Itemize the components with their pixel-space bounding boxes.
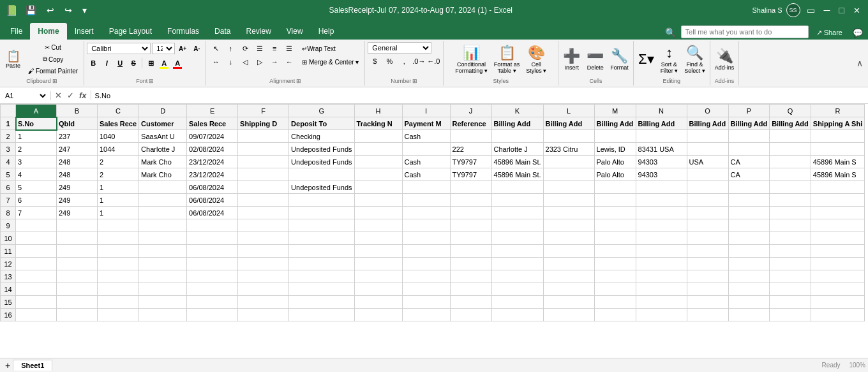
cell[interactable]: Billing Add xyxy=(636,117,687,130)
cell[interactable] xyxy=(402,245,450,258)
increase-indent-button[interactable]: ▷ xyxy=(253,55,267,68)
cell[interactable] xyxy=(543,168,594,181)
cell[interactable]: Payment M xyxy=(402,117,450,130)
cell[interactable]: 248 xyxy=(57,156,98,168)
cell[interactable] xyxy=(770,283,811,296)
cell[interactable] xyxy=(187,232,238,245)
cell[interactable] xyxy=(728,130,770,143)
cell[interactable] xyxy=(770,181,811,194)
cell[interactable]: 02/08/2024 xyxy=(187,143,238,156)
cell[interactable] xyxy=(594,207,636,219)
cell[interactable] xyxy=(402,283,450,296)
cell[interactable] xyxy=(770,245,811,258)
cell[interactable] xyxy=(57,270,98,283)
fill-color-button[interactable]: A xyxy=(158,57,170,70)
cell[interactable]: Undeposited Funds xyxy=(289,143,354,156)
cell[interactable] xyxy=(770,207,811,219)
cell[interactable] xyxy=(354,156,402,168)
bold-button[interactable]: B xyxy=(87,57,100,70)
cell[interactable]: TY9797 xyxy=(450,168,491,181)
cell[interactable] xyxy=(289,258,354,270)
cell[interactable] xyxy=(57,219,98,232)
maximize-button[interactable]: □ xyxy=(837,5,847,15)
col-header-C[interactable]: C xyxy=(98,105,139,117)
cell[interactable] xyxy=(811,232,864,245)
cell[interactable] xyxy=(491,232,543,245)
cell[interactable] xyxy=(139,194,187,207)
cell[interactable]: CA xyxy=(728,168,770,181)
cell[interactable] xyxy=(16,258,57,270)
add-sheet-button[interactable]: + xyxy=(3,360,13,371)
cell[interactable] xyxy=(450,207,491,219)
cell[interactable] xyxy=(770,168,811,181)
cell[interactable] xyxy=(16,309,57,321)
cell[interactable] xyxy=(594,181,636,194)
less-indent-button[interactable]: ← xyxy=(282,55,296,68)
cell[interactable] xyxy=(450,283,491,296)
cell[interactable] xyxy=(450,258,491,270)
cell[interactable] xyxy=(543,245,594,258)
cell[interactable] xyxy=(402,181,450,194)
cell[interactable] xyxy=(289,207,354,219)
cell[interactable]: 2 xyxy=(98,168,139,181)
cell[interactable] xyxy=(450,270,491,283)
cell[interactable] xyxy=(402,194,450,207)
cell[interactable]: Sales Rece xyxy=(98,117,139,130)
cell[interactable] xyxy=(594,194,636,207)
col-header-I[interactable]: I xyxy=(402,105,450,117)
cell[interactable] xyxy=(491,245,543,258)
cell[interactable] xyxy=(543,258,594,270)
cell[interactable] xyxy=(636,309,687,321)
cell[interactable] xyxy=(238,194,289,207)
paste-button[interactable]: 📋 Paste xyxy=(3,43,24,76)
cell[interactable] xyxy=(728,245,770,258)
col-header-M[interactable]: M xyxy=(594,105,636,117)
cell[interactable] xyxy=(16,283,57,296)
cell[interactable]: 06/08/2024 xyxy=(187,207,238,219)
cell[interactable] xyxy=(770,130,811,143)
tell-me-input[interactable] xyxy=(681,26,809,38)
cell[interactable] xyxy=(57,296,98,309)
cell[interactable] xyxy=(594,232,636,245)
cell[interactable] xyxy=(289,168,354,181)
cell[interactable]: 45896 Main S xyxy=(811,156,864,168)
cell[interactable] xyxy=(139,245,187,258)
formula-func-icon[interactable]: fx xyxy=(78,91,88,100)
cell[interactable] xyxy=(354,194,402,207)
cell[interactable] xyxy=(728,232,770,245)
cell[interactable] xyxy=(289,283,354,296)
cell[interactable]: 2 xyxy=(16,143,57,156)
cell[interactable] xyxy=(289,245,354,258)
cell[interactable] xyxy=(811,270,864,283)
cell[interactable] xyxy=(636,181,687,194)
cell[interactable] xyxy=(139,207,187,219)
cell[interactable]: 4 xyxy=(16,168,57,181)
border-button[interactable]: ⊞ xyxy=(144,57,157,70)
cell[interactable] xyxy=(728,207,770,219)
cell[interactable]: 1044 xyxy=(98,143,139,156)
cell[interactable]: 1 xyxy=(98,181,139,194)
alignment-expand-icon[interactable]: ⊞ xyxy=(296,78,301,84)
formula-input[interactable] xyxy=(91,92,868,99)
cell[interactable] xyxy=(98,258,139,270)
cell[interactable] xyxy=(354,181,402,194)
cell[interactable] xyxy=(687,245,728,258)
cell[interactable] xyxy=(402,219,450,232)
cell[interactable] xyxy=(594,219,636,232)
cell[interactable] xyxy=(98,270,139,283)
font-expand-icon[interactable]: ⊞ xyxy=(149,78,154,84)
cell[interactable] xyxy=(811,194,864,207)
cell[interactable] xyxy=(811,219,864,232)
cell[interactable] xyxy=(811,207,864,219)
cell[interactable] xyxy=(289,232,354,245)
decrease-indent-button[interactable]: ◁ xyxy=(238,55,252,68)
cell[interactable] xyxy=(687,283,728,296)
cell[interactable] xyxy=(687,309,728,321)
cell[interactable]: 222 xyxy=(450,143,491,156)
cell[interactable] xyxy=(687,219,728,232)
cell[interactable]: 249 xyxy=(57,194,98,207)
font-name-select[interactable]: Calibri xyxy=(87,43,151,54)
increase-decimal-button[interactable]: .0→ xyxy=(412,55,426,68)
cell[interactable] xyxy=(687,207,728,219)
cell[interactable] xyxy=(354,168,402,181)
